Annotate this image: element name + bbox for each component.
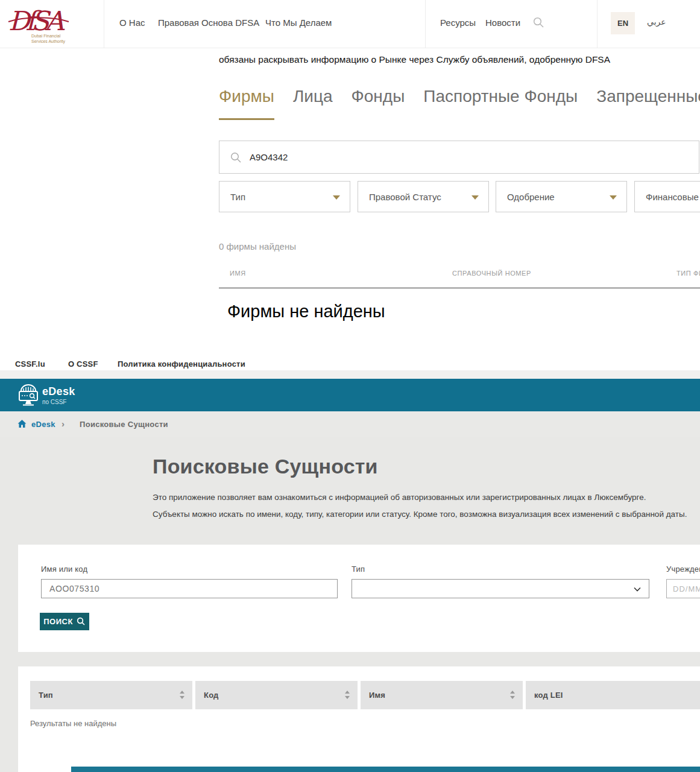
column-header-code[interactable]: Код — [195, 681, 358, 709]
filter-label: Тип — [230, 192, 245, 202]
entity-search-form-card: Имя или код Тип Учрежден, У ПОИСК — [18, 545, 700, 652]
svg-text:Services Authority: Services Authority — [31, 39, 66, 44]
filter-label: Правовой Статус — [369, 192, 441, 202]
tab-funds[interactable]: Фонды — [352, 87, 405, 120]
filter-type-dropdown[interactable]: Тип — [219, 181, 350, 212]
search-submit-button[interactable]: ПОИСК — [40, 613, 89, 630]
search-icon — [77, 617, 86, 626]
type-select[interactable] — [352, 579, 649, 598]
nav-item-resources[interactable]: Ресурсы — [440, 17, 476, 28]
dfsa-tabs: Фирмы Лица Фонды Паспортные Фонды Запрещ… — [219, 87, 700, 120]
app-description-line1: Это приложение позволяет вам ознакомитьс… — [153, 493, 646, 502]
filter-financial-services-dropdown[interactable]: Финансовые У — [634, 181, 700, 212]
column-header-firm-type: ТИП ФИ — [676, 270, 700, 277]
chevron-down-icon — [333, 195, 340, 200]
column-header-label: Имя — [369, 691, 385, 700]
tab-firms[interactable]: Фирмы — [219, 87, 274, 120]
type-label: Тип — [352, 565, 365, 574]
cssf-footer-links: CSSF.lu О CSSF Политика конфиденциальнос… — [0, 358, 700, 370]
filter-label: Одобрение — [507, 192, 555, 202]
footer-link-cssf-lu[interactable]: CSSF.lu — [15, 359, 45, 369]
home-icon[interactable] — [17, 419, 27, 431]
edesk-header-bar: eDesk по CSSF — [0, 379, 700, 411]
no-results-message: Результаты не найдены — [30, 719, 116, 728]
dfsa-section: DfSA Dubai Financial Services Authority … — [0, 0, 700, 358]
language-toggle-en[interactable]: EN — [611, 12, 635, 34]
column-header-type[interactable]: Тип — [30, 681, 192, 709]
bottom-accent-bar — [71, 767, 700, 772]
nav-item-legal-framework[interactable]: Правовая Основа DFSA — [158, 17, 259, 28]
firm-search-box — [219, 141, 699, 174]
established-date-input[interactable] — [666, 579, 700, 598]
app-description-line2: Субъекты можно искать по имени, коду, ти… — [153, 510, 687, 519]
column-header-label: Код — [204, 691, 219, 700]
results-count: 0 фирмы найдены — [219, 241, 296, 252]
nav-item-what-we-do[interactable]: Что Мы Делаем — [265, 17, 332, 28]
edesk-brand-subtitle: по CSSF — [42, 399, 66, 405]
breadcrumb-link-edesk[interactable]: eDesk — [31, 420, 55, 429]
page-title: Поисковые Сущности — [153, 455, 378, 478]
filter-label: Финансовые У — [646, 192, 700, 202]
sort-icon[interactable] — [509, 691, 516, 702]
column-header-name[interactable]: Имя — [361, 681, 523, 709]
filter-legal-status-dropdown[interactable]: Правовой Статус — [358, 181, 489, 212]
name-or-code-label: Имя или код — [41, 565, 87, 574]
tab-individuals[interactable]: Лица — [293, 87, 333, 120]
edesk-main-content: Поисковые Сущности Это приложение позвол… — [0, 437, 700, 772]
search-icon — [230, 152, 242, 163]
search-button-label: ПОИСК — [43, 617, 73, 626]
language-toggle-arabic[interactable]: عربي — [647, 17, 666, 27]
column-header-name: ИМЯ — [230, 270, 246, 277]
column-header-reference-number: СПРАВОЧНЫЙ НОМЕР — [452, 270, 531, 277]
svg-text:Dubai Financial: Dubai Financial — [31, 34, 61, 38]
nav-item-about[interactable]: О Нас — [119, 17, 145, 28]
market-disclosure-text: обязаны раскрывать информацию о Рынке че… — [219, 54, 610, 65]
search-icon[interactable] — [533, 17, 544, 31]
established-date-label: Учрежден, У — [666, 565, 700, 574]
dfsa-logo[interactable]: DfSA Dubai Financial Services Authority — [6, 2, 72, 48]
edesk-logo-icon[interactable] — [16, 383, 41, 410]
header-divider — [597, 0, 598, 48]
tab-passported-funds[interactable]: Паспортные Фонды — [423, 87, 578, 120]
chevron-right-icon: › — [61, 419, 65, 429]
column-header-label: Тип — [39, 691, 53, 700]
sort-icon[interactable] — [344, 691, 350, 702]
filter-endorsement-dropdown[interactable]: Одобрение — [496, 181, 627, 212]
divider — [0, 370, 700, 379]
svg-text:DfSA: DfSA — [8, 5, 65, 36]
footer-link-about-cssf[interactable]: О CSSF — [68, 359, 98, 369]
column-header-lei-code: код LEI — [526, 681, 700, 709]
firm-search-input[interactable] — [250, 141, 690, 173]
chevron-down-icon — [471, 195, 479, 200]
firms-table-header: ИМЯ СПРАВОЧНЫЙ НОМЕР ТИП ФИ — [219, 267, 700, 288]
header-divider — [104, 0, 104, 48]
name-or-code-input[interactable] — [41, 579, 338, 598]
footer-link-privacy-policy[interactable]: Политика конфиденциальности — [118, 359, 245, 369]
breadcrumb-current: Поисковые Сущности — [80, 420, 168, 429]
header-divider — [425, 0, 426, 48]
chevron-down-icon — [610, 195, 617, 200]
no-firms-found-message: Фирмы не найдены — [227, 302, 385, 321]
column-header-label: код LEI — [534, 691, 563, 700]
tab-prohibited[interactable]: Запрещенные/ — [596, 87, 700, 120]
breadcrumb: eDesk › Поисковые Сущности — [0, 411, 700, 437]
dfsa-header: DfSA Dubai Financial Services Authority … — [0, 0, 700, 48]
chevron-down-icon — [633, 585, 642, 593]
nav-item-news[interactable]: Новости — [485, 17, 520, 28]
edesk-brand-name[interactable]: eDesk — [42, 385, 75, 398]
results-table-card: Тип Код Имя — [18, 666, 700, 772]
sort-icon[interactable] — [179, 691, 185, 702]
